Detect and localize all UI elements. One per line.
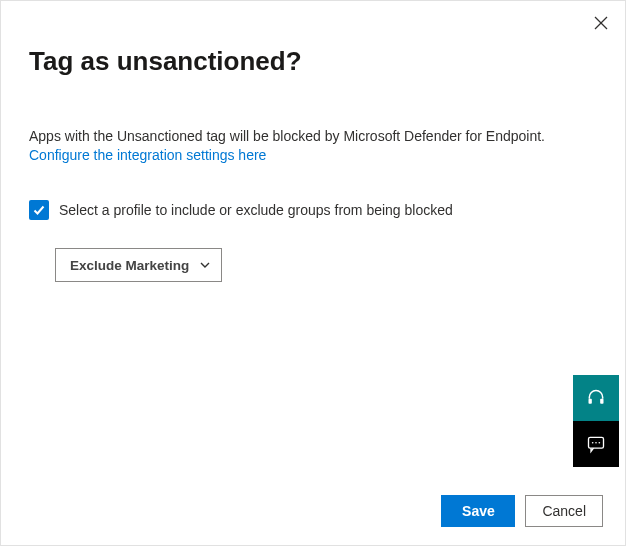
close-button[interactable] (591, 13, 611, 33)
profile-checkbox-label: Select a profile to include or exclude g… (59, 202, 453, 218)
chevron-down-icon (199, 259, 211, 271)
support-button[interactable] (573, 375, 619, 421)
profile-checkbox[interactable] (29, 200, 49, 220)
checkmark-icon (32, 203, 46, 217)
svg-rect-3 (600, 399, 603, 404)
close-icon (594, 16, 608, 30)
svg-rect-2 (589, 399, 592, 404)
cancel-button[interactable]: Cancel (525, 495, 603, 527)
headset-icon (586, 388, 606, 408)
save-button[interactable]: Save (441, 495, 515, 527)
dialog-title: Tag as unsanctioned? (29, 46, 597, 77)
chat-icon (586, 434, 606, 454)
dialog-description: Apps with the Unsanctioned tag will be b… (29, 127, 597, 145)
profile-checkbox-row: Select a profile to include or exclude g… (29, 200, 597, 220)
dialog-footer: Save Cancel (441, 495, 603, 527)
profile-dropdown-label: Exclude Marketing (70, 258, 189, 273)
floating-actions (573, 375, 619, 467)
dialog-content: Tag as unsanctioned? Apps with the Unsan… (1, 1, 625, 282)
feedback-button[interactable] (573, 421, 619, 467)
profile-dropdown[interactable]: Exclude Marketing (55, 248, 222, 282)
svg-point-5 (592, 442, 594, 444)
configure-link[interactable]: Configure the integration settings here (29, 147, 266, 163)
svg-point-6 (595, 442, 597, 444)
svg-point-7 (599, 442, 601, 444)
